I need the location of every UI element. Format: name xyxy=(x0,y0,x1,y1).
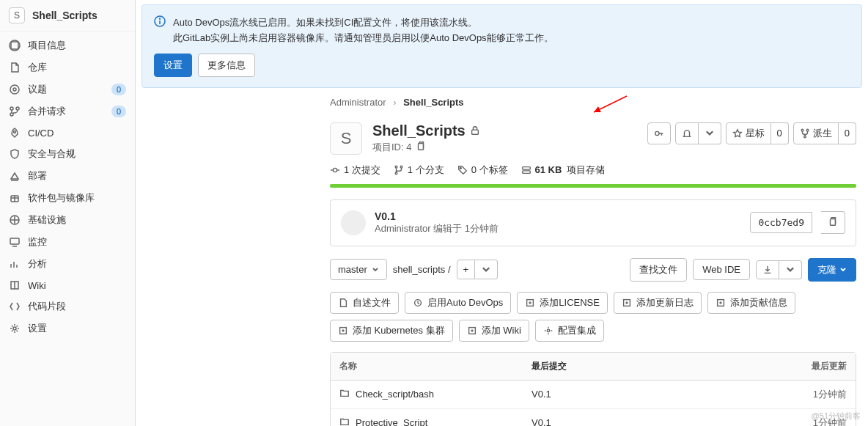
svg-point-31 xyxy=(395,172,397,175)
sidebar-item-package[interactable]: 软件包与镜像库 xyxy=(0,187,135,209)
sidebar-item-rocket[interactable]: CI/CD xyxy=(0,122,135,143)
stat-branches[interactable]: 1 个分支 xyxy=(394,164,444,177)
star-button[interactable]: 星标 xyxy=(726,122,771,144)
breadcrumb-root[interactable]: Administrator xyxy=(330,97,386,108)
stat-tags[interactable]: 0 个标签 xyxy=(457,164,508,177)
download-button[interactable] xyxy=(756,260,779,279)
analytics-icon xyxy=(9,258,21,270)
notification-dropdown[interactable] xyxy=(699,122,721,144)
sidebar-item-settings[interactable]: 设置 xyxy=(0,317,135,339)
svg-point-22 xyxy=(655,131,658,135)
th-commit: 最后提交 xyxy=(532,360,781,372)
breadcrumb-project[interactable]: Shell_Scripts xyxy=(403,97,463,108)
sidebar-item-label: Wiki xyxy=(28,280,126,291)
sidebar-item-label: 议题 xyxy=(28,83,104,96)
ssh-key-button[interactable] xyxy=(647,122,671,144)
commit-title[interactable]: V0.1 xyxy=(375,210,741,222)
svg-point-19 xyxy=(160,18,161,19)
stat-commits[interactable]: 1 次提交 xyxy=(330,164,380,177)
monitor-icon xyxy=(9,236,21,248)
svg-point-29 xyxy=(395,166,397,168)
package-icon xyxy=(9,192,21,204)
svg-point-30 xyxy=(400,166,402,168)
breadcrumb: Administrator › Shell_Scripts xyxy=(330,97,856,108)
quick-action-chip[interactable]: 启用Auto DevOps xyxy=(405,292,511,314)
svg-point-23 xyxy=(801,129,803,131)
copy-sha-button[interactable] xyxy=(821,211,845,234)
stat-storage[interactable]: 61 KB 项目存储 xyxy=(521,164,606,177)
file-commit-msg[interactable]: V0.1 xyxy=(532,417,781,426)
sidebar-item-info[interactable]: 项目信息 xyxy=(0,34,135,56)
table-row[interactable]: Protective_ScriptV0.11分钟前 xyxy=(331,409,856,426)
lock-icon xyxy=(470,122,480,139)
file-tree: 名称 最后提交 最后更新 Check_script/bashV0.11分钟前Pr… xyxy=(330,352,856,426)
file-commit-msg[interactable]: V0.1 xyxy=(532,389,781,400)
quick-action-chip[interactable]: 添加贡献信息 xyxy=(707,292,795,314)
sidebar-item-doc[interactable]: 仓库 xyxy=(0,56,135,78)
th-name: 名称 xyxy=(339,360,532,372)
svg-point-25 xyxy=(803,136,806,138)
sidebar-item-label: 代码片段 xyxy=(28,300,126,313)
wiki-icon xyxy=(9,279,21,291)
repo-path[interactable]: shell_scripts / xyxy=(393,264,451,275)
file-updated: 1分钟前 xyxy=(781,388,847,401)
page-title: Shell_Scripts xyxy=(372,122,480,139)
quick-action-chip[interactable]: 配置集成 xyxy=(535,320,604,342)
fork-button[interactable]: 派生 xyxy=(793,122,839,144)
copy-id-icon[interactable] xyxy=(416,141,426,153)
sidebar-item-label: CI/CD xyxy=(28,128,126,139)
file-name[interactable]: Check_script/bash xyxy=(356,389,434,400)
svg-rect-33 xyxy=(522,166,530,169)
sidebar: S Shell_Scripts 项目信息仓库议题0合并请求0CI/CD安全与合规… xyxy=(0,0,136,426)
sidebar-item-analytics[interactable]: 分析 xyxy=(0,253,135,275)
clone-button[interactable]: 克隆 xyxy=(808,258,856,282)
sidebar-item-snippets[interactable]: 代码片段 xyxy=(0,295,135,317)
svg-point-26 xyxy=(333,168,336,172)
commit-author[interactable]: Administrator xyxy=(375,223,431,234)
download-dropdown[interactable] xyxy=(779,260,802,279)
infra-icon xyxy=(9,214,21,226)
sidebar-item-label: 项目信息 xyxy=(28,39,126,52)
settings-icon xyxy=(9,323,21,334)
sidebar-item-monitor[interactable]: 监控 xyxy=(0,231,135,253)
banner-settings-button[interactable]: 设置 xyxy=(154,54,192,77)
sidebar-item-label: 仓库 xyxy=(28,61,126,74)
add-file-dropdown[interactable] xyxy=(475,260,498,279)
file-name[interactable]: Protective_Script xyxy=(356,417,427,426)
notification-button[interactable] xyxy=(675,122,699,144)
quick-action-chip[interactable]: 添加LICENSE xyxy=(517,292,608,314)
commit-sha[interactable]: 0ccb7ed9 xyxy=(750,212,812,233)
sidebar-item-label: 监控 xyxy=(28,235,126,249)
svg-point-32 xyxy=(460,167,461,169)
sidebar-item-label: 合并请求 xyxy=(28,105,104,118)
sidebar-item-deploy[interactable]: 部署 xyxy=(0,165,135,187)
web-ide-button[interactable]: Web IDE xyxy=(693,259,750,280)
issues-icon xyxy=(9,84,21,95)
table-row[interactable]: Check_script/bashV0.11分钟前 xyxy=(331,381,856,409)
sidebar-item-infra[interactable]: 基础设施 xyxy=(0,209,135,231)
rocket-icon xyxy=(9,127,21,139)
sidebar-project-header[interactable]: S Shell_Scripts xyxy=(0,0,135,32)
banner-more-info-button[interactable]: 更多信息 xyxy=(198,54,255,77)
svg-rect-34 xyxy=(522,170,530,173)
sidebar-item-wiki[interactable]: Wiki xyxy=(0,275,135,295)
add-file-button[interactable]: + xyxy=(457,260,476,279)
svg-point-5 xyxy=(10,113,13,116)
shield-icon xyxy=(9,148,21,160)
find-file-button[interactable]: 查找文件 xyxy=(630,258,687,282)
sidebar-item-shield[interactable]: 安全与合规 xyxy=(0,143,135,165)
sidebar-item-issues[interactable]: 议题0 xyxy=(0,78,135,100)
quick-action-chip[interactable]: 添加 Wiki xyxy=(459,320,529,342)
language-bar xyxy=(330,184,856,188)
folder-icon xyxy=(339,388,350,400)
svg-point-4 xyxy=(10,107,13,110)
deploy-icon xyxy=(9,170,21,182)
snippets-icon xyxy=(9,301,21,312)
branch-select[interactable]: master xyxy=(330,259,387,280)
sidebar-badge: 0 xyxy=(111,106,126,117)
quick-action-chip[interactable]: 自述文件 xyxy=(330,292,399,314)
quick-action-chip[interactable]: 添加更新日志 xyxy=(614,292,702,314)
sidebar-item-merge[interactable]: 合并请求0 xyxy=(0,100,135,122)
quick-action-chip[interactable]: 添加 Kubernetes 集群 xyxy=(330,320,453,342)
svg-point-3 xyxy=(13,88,16,91)
